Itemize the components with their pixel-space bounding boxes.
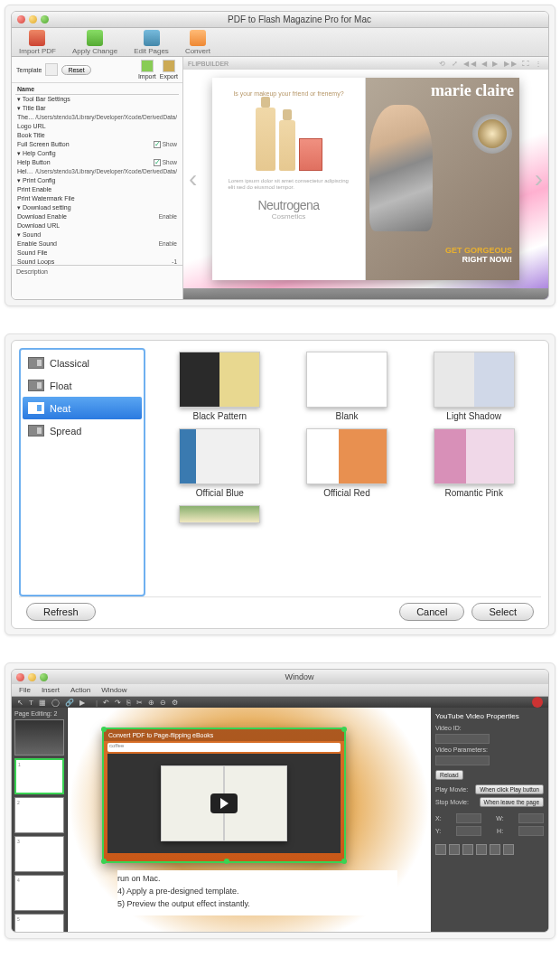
page-thumb-2[interactable]: 1 [14,758,64,794]
template-item[interactable]: Official Blue [162,428,278,498]
page-thumb-6[interactable]: 5 [14,914,64,933]
align-center-icon[interactable] [449,844,460,855]
category-float[interactable]: Float [23,374,142,397]
template-thumb [306,352,387,408]
x-input[interactable] [456,813,481,823]
video-params-input[interactable] [435,756,490,765]
page-thumb-4[interactable]: 3 [14,836,64,872]
select-button[interactable]: Select [471,603,534,621]
titlebar: PDF to Flash Magazine Pro for Mac [12,12,548,28]
template-thumb [179,428,260,484]
editor: ↖ T ▦ ◯ 🔗 ▶ | ↶ ↷ ⎘ ✂ ⊕ ⊖ ⚙ Page Editing… [12,697,548,932]
cut-icon[interactable]: ✂ [136,699,143,707]
undo-icon[interactable]: ↶ [103,699,109,707]
bottle-icon [256,108,275,171]
layout-icon [28,402,44,414]
resize-handle[interactable] [341,859,347,864]
w-input[interactable] [518,813,544,823]
text-tool-icon[interactable]: T [29,699,33,707]
template-item[interactable]: Blank [289,352,406,421]
align-middle-icon[interactable] [490,844,500,855]
align-right-icon[interactable] [462,844,473,855]
nav-icons[interactable]: ⟲ ⤢ ◀◀ ◀ ▶ ▶▶ ⛶ ⋮ [439,60,544,68]
page-thumb-5[interactable]: 4 [14,875,64,911]
next-page-arrow[interactable]: › [535,164,543,193]
template-chooser: ClassicalFloatNeatSpread Black PatternBl… [11,340,549,629]
export-template[interactable]: Export [160,60,178,80]
resize-handle[interactable] [101,859,107,864]
video-tool-icon[interactable]: ▶ [79,699,85,707]
shape-tool-icon[interactable]: ◯ [51,699,60,707]
cover-cta: GET GORGEOUS RIGHT NOW! [445,246,512,264]
align-top-icon[interactable] [476,844,487,855]
align-left-icon[interactable] [435,844,446,855]
template-item[interactable]: Official Red [289,428,406,498]
category-neat[interactable]: Neat [23,397,142,419]
play-movie-select[interactable]: When click Play button [475,784,544,794]
window-body: Template Reset Import Export Name ▾ Tool… [12,57,548,299]
refresh-button[interactable]: Refresh [26,603,96,621]
toolbar-convert[interactable]: Convert [185,30,210,55]
image-tool-icon[interactable]: ▦ [39,699,46,707]
description-box: Description [12,265,182,299]
resize-handle[interactable] [101,727,107,732]
template-chooser-panel: ClassicalFloatNeatSpread Black PatternBl… [5,333,555,635]
menu-window[interactable]: Window [101,686,126,694]
template-item[interactable] [162,505,278,523]
template-item[interactable]: Romantic Pink [415,428,532,498]
layout-icon [28,425,44,437]
template-item[interactable]: Black Pattern [162,352,278,421]
chooser-footer: Refresh Cancel Select [19,596,541,621]
traffic-lights[interactable] [17,15,49,23]
copy-icon[interactable]: ⎘ [126,699,131,707]
editor-window: Window FileInsertActionWindow ↖ T ▦ ◯ 🔗 … [11,669,549,933]
window-title: PDF to Flash Magazine Pro for Mac [56,14,543,24]
h-input[interactable] [518,826,544,836]
menu-file[interactable]: File [19,686,31,694]
template-item[interactable]: Light Shadow [415,352,532,421]
close-red-icon[interactable] [532,697,543,708]
zoom-out-icon[interactable]: ⊖ [160,699,166,707]
page-thumb-1[interactable] [14,719,64,756]
book[interactable]: Is your makeup your friend or frenemy? L… [212,78,519,280]
canvas[interactable]: Convert PDF to Page-flipping eBooks coff… [68,708,431,933]
resize-handle[interactable] [341,727,347,732]
align-bottom-icon[interactable] [503,844,514,855]
prev-page-arrow[interactable]: ‹ [189,164,197,193]
toolbar-import-pdf[interactable]: Import PDF [19,30,56,55]
y-input[interactable] [456,826,481,836]
pointer-icon[interactable]: ↖ [17,699,23,707]
reset-button[interactable]: Reset [61,65,90,75]
zoom-in-icon[interactable]: ⊕ [148,699,154,707]
category-spread[interactable]: Spread [23,419,142,442]
menu-bar: FileInsertActionWindow [12,684,548,697]
page-thumb-3[interactable]: 2 [14,797,64,833]
reload-button[interactable]: Reload [435,770,463,780]
settings-icon[interactable]: ⚙ [172,699,178,707]
align-icons[interactable] [435,844,544,855]
video-embed [107,754,341,853]
link-tool-icon[interactable]: 🔗 [65,699,74,707]
category-classical[interactable]: Classical [23,352,142,374]
editor-toolbar[interactable]: ↖ T ▦ ◯ 🔗 ▶ | ↶ ↷ ⎘ ✂ ⊕ ⊖ ⚙ [12,697,548,708]
play-button-icon[interactable] [210,793,238,813]
video-id-input[interactable] [435,734,490,744]
magazine-title: marie claire [431,81,514,100]
redo-icon[interactable]: ↷ [115,699,121,707]
toolbar-apply-change[interactable]: Apply Change [72,30,117,55]
youtube-video-object[interactable]: Convert PDF to Page-flipping eBooks coff… [102,728,346,863]
traffic-lights[interactable] [16,673,48,681]
stop-movie-select[interactable]: When leave the page [480,797,544,807]
menu-insert[interactable]: Insert [42,686,60,694]
cancel-button[interactable]: Cancel [399,603,464,621]
template-thumb[interactable] [45,63,58,76]
settings-tree[interactable]: Name ▾ Tool Bar Settings ▾ Title Bar The… [12,83,182,265]
menu-action[interactable]: Action [70,686,90,694]
brand-sub: Cosmetics [272,212,305,221]
bottle-small-icon [279,120,295,171]
resize-handle[interactable] [224,859,229,864]
toolbar-edit-pages[interactable]: Edit Pages [134,30,169,55]
import-template[interactable]: Import [138,60,156,80]
left-page: Is your makeup your friend or frenemy? L… [212,78,366,280]
product-group [256,108,322,171]
